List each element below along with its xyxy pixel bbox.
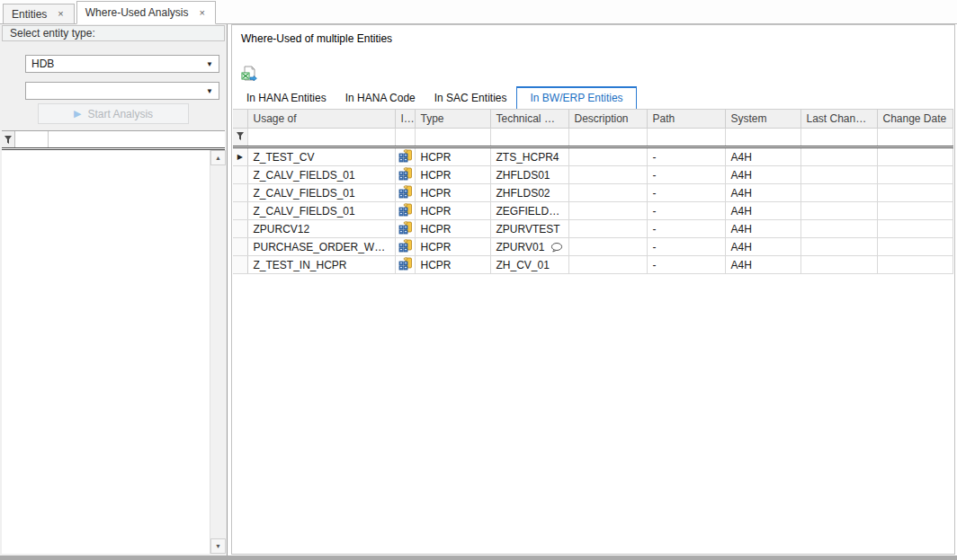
filter-cell[interactable]: [15, 131, 49, 147]
filter-cell[interactable]: [800, 129, 877, 147]
cell-path: -: [647, 166, 725, 184]
cell-path: -: [647, 184, 725, 202]
column-header-icon[interactable]: I...: [395, 110, 415, 129]
column-header-description[interactable]: Description: [568, 110, 647, 129]
chevron-down-icon[interactable]: ▼: [206, 60, 213, 68]
cell-usage-of: Z_CALV_FIELDS_01: [247, 202, 395, 220]
scroll-up-icon: ▲: [215, 155, 221, 161]
comment-bubble-icon[interactable]: [550, 242, 563, 253]
cell-technical-name: ZH_CV_01: [490, 256, 568, 274]
scroll-up-button[interactable]: ▲: [210, 150, 226, 165]
filter-cell[interactable]: [490, 129, 568, 147]
cell-description: [568, 147, 647, 166]
cell-path: -: [647, 220, 725, 238]
composite-provider-icon: [395, 256, 415, 274]
column-header-type[interactable]: Type: [415, 110, 490, 129]
entity-list-grid: ▲ ▼: [2, 130, 225, 554]
table-row[interactable]: ZPURCV12 HCPR ZPURVTEST - A4H: [233, 220, 953, 238]
column-header-change-date[interactable]: Change Date: [877, 110, 953, 129]
cell-system: A4H: [725, 147, 800, 166]
entity-selection-panel: Select entity type: HDB ▼ ▼ ▶ Start Anal…: [0, 24, 228, 556]
cell-system: A4H: [725, 238, 800, 256]
cell-usage-of: Z_TEST_IN_HCPR: [247, 256, 395, 274]
cell-system: A4H: [725, 202, 800, 220]
cell-change-date: [877, 256, 953, 274]
scroll-down-icon: ▼: [215, 543, 221, 549]
export-to-excel-button[interactable]: [239, 63, 259, 83]
entity-list-filter-row: [2, 131, 225, 150]
results-table: Usage of I... Type Technical Name Descri…: [233, 109, 953, 274]
cell-path: -: [647, 202, 725, 220]
tab-in-sac-entities[interactable]: In SAC Entities: [425, 88, 516, 109]
cell-path: -: [647, 238, 725, 256]
scroll-down-button[interactable]: ▼: [210, 538, 226, 554]
play-icon: ▶: [74, 108, 81, 120]
filter-cell[interactable]: [247, 129, 395, 147]
chevron-down-icon[interactable]: ▼: [206, 87, 213, 95]
close-icon[interactable]: ×: [56, 8, 65, 20]
entity-type-dropdown[interactable]: HDB ▼: [25, 55, 219, 73]
table-filter-row: [233, 129, 953, 147]
cell-type: HCPR: [415, 256, 490, 274]
table-row[interactable]: PURCHASE_ORDER_WORKLIST HCPR ZPURV01 - A…: [233, 238, 953, 256]
cell-system: A4H: [725, 184, 800, 202]
cell-technical-name: ZPURVTEST: [490, 220, 568, 238]
cell-usage-of: PURCHASE_ORDER_WORKLIST: [247, 238, 395, 256]
composite-provider-icon: [395, 166, 415, 184]
current-row-marker: ▶: [233, 147, 247, 166]
cell-description: [568, 220, 647, 238]
table-row[interactable]: Z_CALV_FIELDS_01 HCPR ZHFLDS01 - A4H: [233, 166, 953, 184]
vertical-scrollbar[interactable]: ▲ ▼: [210, 150, 225, 554]
cell-system: A4H: [725, 166, 800, 184]
filter-cell[interactable]: [415, 129, 490, 147]
cell-description: [568, 238, 647, 256]
tab-where-used-analysis[interactable]: Where-Used Analysis ×: [76, 1, 216, 24]
cell-last-changed: [800, 147, 877, 166]
cell-change-date: [877, 238, 953, 256]
cell-type: HCPR: [415, 166, 490, 184]
cell-description: [568, 256, 647, 274]
tab-in-hana-code[interactable]: In HANA Code: [336, 88, 425, 109]
cell-type: HCPR: [415, 147, 490, 166]
cell-technical-name: ZHFLDS01: [490, 166, 568, 184]
tab-in-bw-erp-entities[interactable]: In BW/ERP Entities: [516, 86, 636, 109]
table-row[interactable]: Z_TEST_IN_HCPR HCPR ZH_CV_01 - A4H: [233, 256, 953, 274]
composite-provider-icon: [395, 202, 415, 220]
filter-icon: [233, 129, 247, 147]
cell-type: HCPR: [415, 184, 490, 202]
table-row[interactable]: Z_CALV_FIELDS_01 HCPR ZEGFIELDS01 - A4H: [233, 202, 953, 220]
column-header-last-changed[interactable]: Last Changed...: [800, 110, 877, 129]
filter-cell[interactable]: [647, 129, 725, 147]
filter-cell[interactable]: [877, 129, 953, 147]
column-header-system[interactable]: System: [725, 110, 800, 129]
cell-change-date: [877, 184, 953, 202]
entity-name-dropdown[interactable]: ▼: [25, 82, 219, 100]
filter-cell[interactable]: [395, 129, 415, 147]
cell-path: -: [647, 147, 725, 166]
table-row[interactable]: Z_CALV_FIELDS_01 HCPR ZHFLDS02 - A4H: [233, 184, 953, 202]
document-tab-bar: Entities × Where-Used Analysis ×: [0, 0, 957, 24]
results-tab-strip: In HANA Entities In HANA Code In SAC Ent…: [237, 86, 638, 109]
cell-system: A4H: [725, 256, 800, 274]
close-icon[interactable]: ×: [198, 7, 207, 19]
table-row[interactable]: ▶ Z_TEST_CV HCPR ZTS_HCPR4 - A4H: [233, 147, 953, 166]
composite-provider-icon: [395, 238, 415, 256]
composite-provider-icon: [395, 147, 415, 166]
filter-cell[interactable]: [49, 131, 225, 147]
column-header-usage-of[interactable]: Usage of: [247, 110, 395, 129]
column-header-technical-name[interactable]: Technical Name: [490, 110, 568, 129]
row-selector-header: [233, 110, 247, 129]
tab-in-hana-entities[interactable]: In HANA Entities: [237, 88, 335, 109]
column-header-path[interactable]: Path: [647, 110, 725, 129]
cell-usage-of: Z_CALV_FIELDS_01: [247, 184, 395, 202]
filter-cell[interactable]: [568, 129, 647, 147]
filter-cell[interactable]: [725, 129, 800, 147]
app-window: Entities × Where-Used Analysis × Select …: [0, 0, 957, 556]
entity-list-area[interactable]: ▲ ▼: [2, 150, 225, 554]
cell-usage-of: ZPURCV12: [247, 220, 395, 238]
composite-provider-icon: [395, 220, 415, 238]
tab-entities[interactable]: Entities ×: [3, 4, 75, 23]
start-analysis-button[interactable]: ▶ Start Analysis: [38, 103, 189, 124]
cell-change-date: [877, 220, 953, 238]
start-analysis-label: Start Analysis: [87, 108, 153, 120]
